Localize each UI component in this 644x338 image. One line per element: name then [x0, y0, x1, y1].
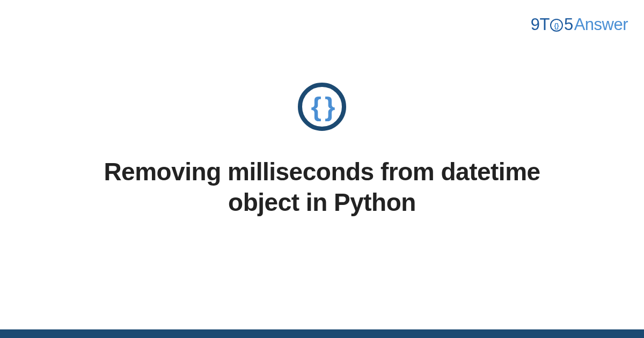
- braces-icon: { }: [311, 93, 333, 120]
- page-title: Removing milliseconds from datetime obje…: [80, 157, 564, 218]
- bottom-accent-bar: [0, 329, 644, 338]
- code-category-icon: { }: [298, 83, 346, 131]
- main-content: { } Removing milliseconds from datetime …: [0, 0, 644, 338]
